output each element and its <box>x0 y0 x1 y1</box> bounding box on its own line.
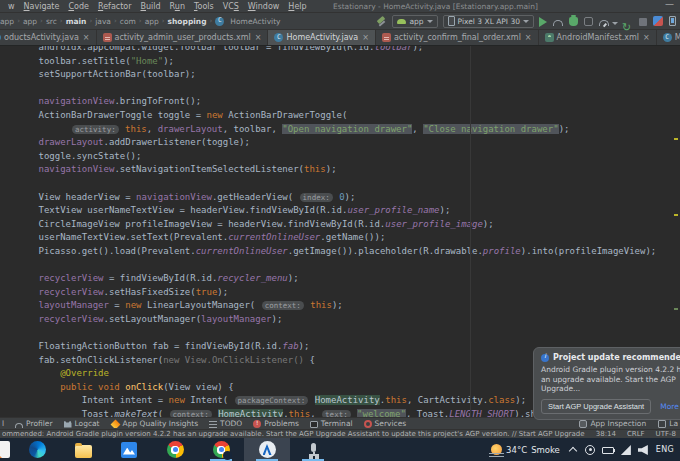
menu-item-vcs[interactable]: VCS <box>223 2 239 11</box>
debug-icon[interactable] <box>569 17 578 26</box>
toolwindow-terminal[interactable]: Terminal <box>310 419 353 428</box>
close-tab-icon[interactable]: × <box>643 33 650 42</box>
tab-oductsactivity-java[interactable]: oductsActivity.java× <box>0 30 97 45</box>
breadcrumb-item-app[interactable]: app <box>0 17 14 26</box>
tab-mainactivity-java[interactable]: MainActivity.java× <box>657 30 680 45</box>
breadcrumb-item-main[interactable]: main <box>66 17 87 26</box>
chevron-up-icon[interactable] <box>568 445 578 455</box>
breadcrumb-item-src[interactable]: src <box>46 17 57 26</box>
attach-debugger-icon[interactable] <box>584 17 593 26</box>
menu-item-navigate[interactable]: Navigate <box>24 2 60 11</box>
minimize-button[interactable]: — <box>665 0 674 9</box>
profile-app-icon[interactable] <box>553 20 563 26</box>
code-line[interactable]: activity: this, drawerLayout, toolbar, "… <box>6 123 680 137</box>
run-config-select[interactable]: app <box>392 15 437 28</box>
taskbar-android-studio[interactable] <box>244 438 290 461</box>
start-agp-upgrade-button[interactable]: Start AGP Upgrade Assistant <box>541 399 651 414</box>
breadcrumb-item-app[interactable]: app <box>145 17 159 26</box>
java-class-icon <box>274 33 283 42</box>
code-line[interactable] <box>6 259 680 273</box>
toolwindow-services[interactable]: Services <box>364 419 407 428</box>
sdk-manager-icon[interactable] <box>653 16 663 26</box>
device-manager-icon[interactable] <box>669 16 676 26</box>
volume-icon[interactable] <box>638 445 648 455</box>
taskbar-photos[interactable] <box>106 438 152 461</box>
language-indicator[interactable]: ENG <box>656 445 674 454</box>
close-tab-icon[interactable]: × <box>255 33 262 42</box>
menu-item-code[interactable]: Code <box>68 2 89 11</box>
taskbar-microphone[interactable] <box>290 438 336 461</box>
breadcrumb-item-homeactivity[interactable]: HomeActivity <box>230 17 280 26</box>
breadcrumb-item-com[interactable]: com <box>120 17 136 26</box>
menu-item-run[interactable]: Run <box>170 2 185 11</box>
toolwindow-profiler[interactable]: Profiler <box>15 419 52 428</box>
device-select[interactable]: Pixel 3 XL API 30 <box>443 15 534 28</box>
code-line[interactable]: toolbar.setTitle("Home"); <box>6 55 680 69</box>
code-line[interactable]: userNameTextView.setText(Prevalent.curre… <box>6 231 680 245</box>
tab-homeactivity-java[interactable]: HomeActivity.java× <box>268 30 375 45</box>
breadcrumb-separator: › <box>17 17 20 25</box>
line-separator[interactable]: CRLF <box>627 430 645 438</box>
code-line[interactable]: recyclerView = findViewById(R.id.recycle… <box>6 272 680 286</box>
taskbar-edge[interactable] <box>14 438 60 461</box>
taskbar-chrome[interactable] <box>152 438 198 461</box>
code-line[interactable]: Picasso.get().load(Prevalent.currentOnli… <box>6 245 680 259</box>
code-line[interactable] <box>6 82 680 96</box>
close-tab-icon[interactable]: × <box>83 33 90 42</box>
battery-icon[interactable] <box>602 447 614 454</box>
tab-androidmanifest-xml[interactable]: AndroidManifest.xml× <box>539 30 657 45</box>
code-token: setSupportActionBar(toolbar); <box>6 69 196 79</box>
menu-item-help[interactable]: Help <box>288 2 306 11</box>
apply-changes-icon[interactable] <box>622 16 633 27</box>
code-line[interactable]: toggle.syncState(); <box>6 150 680 164</box>
code-line[interactable]: navigationView.setNavigationItemSelected… <box>6 163 680 177</box>
code-line[interactable]: recyclerView.setHasFixedSize(true); <box>6 286 680 300</box>
build-hammer-icon[interactable] <box>376 16 387 27</box>
stop-icon[interactable] <box>639 18 647 26</box>
caret-position[interactable]: 38:14 <box>596 430 616 438</box>
taskbar-file-explorer[interactable] <box>60 438 106 461</box>
toolwindow-app-inspection[interactable]: App Inspection <box>579 419 646 428</box>
taskbar-partial-app[interactable] <box>0 438 14 461</box>
breadcrumb-item-app[interactable]: app <box>23 17 37 26</box>
menu-item-build[interactable]: Build <box>141 2 161 11</box>
toolwindow-problems[interactable]: Problems <box>253 419 299 428</box>
breadcrumb-item-java[interactable]: java <box>95 17 111 26</box>
code-line[interactable]: recyclerView.setLayoutManager(layoutMana… <box>6 313 680 327</box>
close-tab-icon[interactable]: × <box>362 33 369 42</box>
toolwindow-app-quality-insights[interactable]: App Quality Insights <box>111 419 199 428</box>
toolwindow-logcat[interactable]: Logcat <box>64 419 100 428</box>
run-icon[interactable] <box>539 17 547 27</box>
code-line[interactable]: ActionBarDrawerToggle toggle = new Actio… <box>6 109 680 123</box>
tab-activity-admin-user-products-xml[interactable]: activity_admin_user_products.xml× <box>97 30 269 45</box>
code-line[interactable]: navigationView.bringToFront(); <box>6 95 680 109</box>
close-tab-icon[interactable]: × <box>525 33 532 42</box>
toolwindow-l[interactable]: l <box>2 419 4 428</box>
status-message[interactable]: ommended: Android Gradle plugin version … <box>2 430 585 438</box>
code-line[interactable]: drawerLayout.addDrawerListener(toggle); <box>6 136 680 150</box>
code-line[interactable]: CircleImageView profileImageView = heade… <box>6 218 680 232</box>
user-circle-icon[interactable] <box>585 445 595 455</box>
taskbar-chrome-work[interactable] <box>198 438 244 461</box>
menu-item-window[interactable]: Window <box>248 2 280 11</box>
menu-item-w[interactable]: w <box>8 2 15 11</box>
java-class-icon <box>663 33 672 42</box>
tab-activity-confirm-final-order-xml[interactable]: activity_confirm_final_order.xml× <box>376 30 539 45</box>
menu-item-refactor[interactable]: Refactor <box>98 2 132 11</box>
breadcrumb-item-shopping[interactable]: shopping <box>168 17 207 26</box>
code-line[interactable] <box>6 326 680 340</box>
code-line[interactable] <box>6 177 680 191</box>
menu-item-tools[interactable]: Tools <box>194 2 214 11</box>
file-encoding[interactable]: UTF-8 <box>656 430 676 438</box>
code-line[interactable]: TextView userNameTextView = headerView.f… <box>6 204 680 218</box>
network-icon[interactable] <box>621 445 631 455</box>
code-line[interactable]: View headerView = navigationView.getHead… <box>6 191 680 205</box>
more-link[interactable]: More <box>660 402 679 411</box>
toolwindow-la[interactable]: La <box>658 419 678 428</box>
code-line[interactable]: androidx.appcompat.widget.Toolbar toolba… <box>6 46 680 55</box>
code-line[interactable]: setSupportActionBar(toolbar); <box>6 68 680 82</box>
weather-widget[interactable]: 34°C Smoke <box>491 444 560 455</box>
toolwindow-todo[interactable]: TODO <box>209 419 242 428</box>
profiler-icon[interactable] <box>599 20 609 26</box>
code-line[interactable]: layoutManager = new LinearLayoutManager(… <box>6 299 680 313</box>
